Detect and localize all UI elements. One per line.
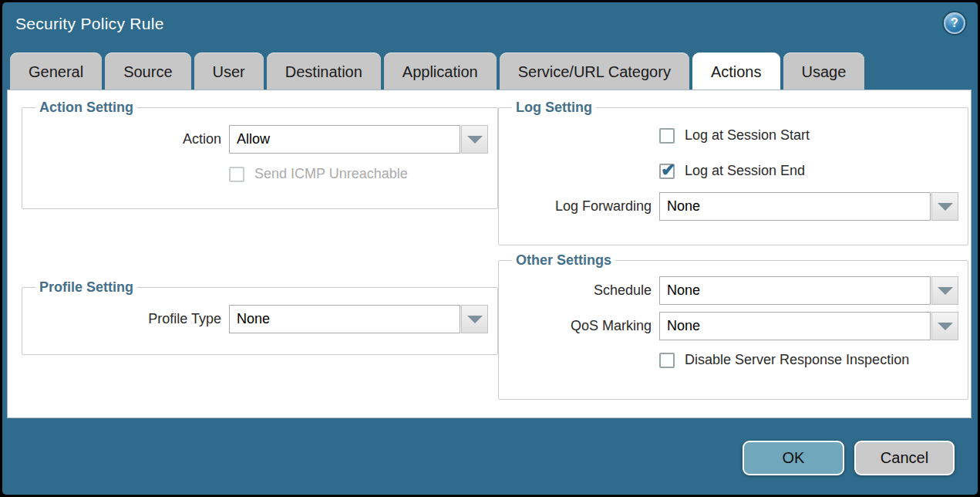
other-settings-legend: Other Settings: [512, 252, 615, 269]
profile-type-dropdown-value: None: [229, 305, 460, 333]
log-at-session-end-label: Log at Session End: [685, 163, 805, 179]
qos-marking-label: QoS Marking: [508, 318, 652, 334]
disable-server-response-inspection-checkbox[interactable]: [659, 353, 675, 368]
other-settings-group: Other Settings Schedule None QoS Marking…: [498, 252, 968, 400]
action-dropdown[interactable]: Allow: [229, 125, 488, 154]
tab-service-url-category[interactable]: Service/URL Category: [500, 52, 689, 90]
log-at-session-start-checkbox[interactable]: [659, 128, 675, 144]
tab-general[interactable]: General: [10, 52, 102, 90]
log-at-session-start-label: Log at Session Start: [685, 127, 810, 144]
log-setting-group: Log Setting Log at Session Start Log at …: [498, 100, 968, 245]
tab-usage[interactable]: Usage: [783, 52, 865, 90]
qos-marking-dropdown-trigger[interactable]: [931, 312, 958, 340]
send-icmp-unreachable-checkbox: [229, 167, 244, 182]
profile-type-dropdown[interactable]: None: [229, 305, 488, 333]
action-dropdown-trigger[interactable]: [461, 125, 488, 154]
help-icon[interactable]: ?: [944, 12, 965, 34]
disable-server-response-inspection-label: Disable Server Response Inspection: [685, 352, 909, 368]
chevron-down-icon: [467, 316, 483, 323]
action-dropdown-value: Allow: [229, 125, 460, 154]
qos-marking-dropdown[interactable]: None: [659, 312, 958, 340]
log-setting-legend: Log Setting: [512, 100, 596, 116]
tab-application[interactable]: Application: [384, 52, 497, 90]
tab-actions[interactable]: Actions: [692, 52, 780, 90]
action-label: Action: [32, 131, 221, 147]
profile-type-dropdown-trigger[interactable]: [461, 305, 488, 333]
log-forwarding-dropdown-value: None: [659, 192, 931, 221]
tab-user[interactable]: User: [194, 52, 264, 90]
log-forwarding-dropdown-trigger[interactable]: [931, 192, 958, 221]
chevron-down-icon: [938, 323, 953, 330]
profile-setting-legend: Profile Setting: [35, 279, 137, 296]
log-forwarding-label: Log Forwarding: [508, 198, 652, 215]
cancel-button[interactable]: Cancel: [854, 441, 955, 475]
tab-bar: General Source User Destination Applicat…: [10, 52, 864, 90]
chevron-down-icon: [938, 287, 953, 295]
chevron-down-icon: [467, 136, 483, 144]
log-at-session-end-checkbox[interactable]: [659, 164, 675, 179]
send-icmp-unreachable-label: Send ICMP Unreachable: [254, 166, 408, 182]
ok-button[interactable]: OK: [743, 441, 844, 475]
profile-setting-group: Profile Setting Profile Type None: [22, 279, 498, 355]
chevron-down-icon: [938, 203, 953, 211]
schedule-dropdown-trigger[interactable]: [931, 276, 958, 305]
schedule-dropdown-value: None: [659, 276, 931, 305]
actions-tab-panel: Action Setting Action Allow Send ICMP Un…: [8, 90, 971, 418]
security-policy-rule-dialog: Security Policy Rule ? General Source Us…: [2, 2, 978, 495]
log-forwarding-dropdown[interactable]: None: [659, 192, 958, 221]
action-setting-group: Action Setting Action Allow Send ICMP Un…: [22, 100, 498, 209]
dialog-title: Security Policy Rule: [15, 15, 164, 33]
schedule-dropdown[interactable]: None: [659, 276, 958, 305]
qos-marking-dropdown-value: None: [659, 312, 931, 340]
schedule-label: Schedule: [508, 282, 652, 299]
action-setting-legend: Action Setting: [35, 100, 137, 116]
tab-source[interactable]: Source: [105, 52, 190, 90]
profile-type-label: Profile Type: [32, 311, 221, 327]
tab-destination[interactable]: Destination: [267, 52, 381, 90]
